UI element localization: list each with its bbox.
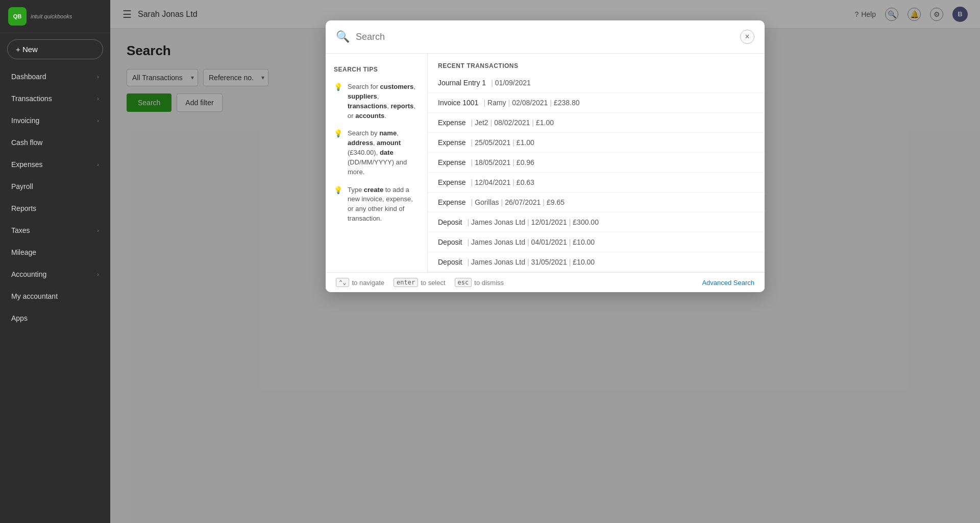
sidebar-nav: Dashboard › Transactions › Invoicing › C… — [0, 65, 110, 329]
main-content: ☰ Sarah Jonas Ltd ? Help 🔍 🔔 ⚙ B Search … — [110, 0, 980, 523]
sidebar-item-payroll[interactable]: Payroll — [2, 176, 108, 197]
tip-item-1: 💡 Search for customers, suppliers, trans… — [334, 82, 419, 121]
transaction-item[interactable]: Deposit | James Jonas Ltd | 31/05/2021 |… — [428, 252, 765, 272]
recent-transactions-heading: RECENT TRANSACTIONS — [438, 62, 519, 69]
sidebar-logo: QB intuit quickbooks — [0, 0, 110, 33]
recent-panel: RECENT TRANSACTIONS Journal Entry 1 | 01… — [428, 54, 765, 272]
select-label: to select — [421, 279, 445, 287]
sidebar-item-my-accountant[interactable]: My accountant — [2, 286, 108, 307]
modal-footer: ⌃⌄ to navigate enter to select esc to di… — [326, 272, 765, 292]
sidebar-item-label: Mileage — [11, 248, 36, 256]
transaction-item[interactable]: Expense | 18/05/2021 | £0.96 — [428, 153, 765, 173]
transaction-item[interactable]: Journal Entry 1 | 01/09/2021 — [428, 73, 765, 93]
tip-item-3: 💡 Type create to add a new invoice, expe… — [334, 185, 419, 224]
tip-text-2: Search by name, address, amount (£340.00… — [348, 129, 419, 177]
modal-overlay[interactable]: 🔍 × SEARCH TIPS 💡 Search for customers, … — [110, 0, 980, 523]
modal-search-input[interactable] — [356, 32, 734, 42]
navigate-key: ⌃⌄ — [336, 278, 349, 287]
transaction-item[interactable]: Expense | 25/05/2021 | £1.00 — [428, 133, 765, 153]
enter-key: enter — [394, 278, 418, 287]
sidebar-item-label: Payroll — [11, 182, 33, 191]
svg-text:QB: QB — [13, 13, 22, 19]
tips-heading: SEARCH TIPS — [334, 66, 419, 73]
dismiss-hint: esc to dismiss — [455, 278, 504, 287]
sidebar-item-label: Apps — [11, 314, 28, 322]
tip-text-1: Search for customers, suppliers, transac… — [348, 82, 419, 121]
chevron-right-icon: › — [97, 227, 99, 233]
sidebar-item-reports[interactable]: Reports — [2, 198, 108, 219]
advanced-search-link[interactable]: Advanced Search — [702, 279, 754, 287]
logo-brand: intuit quickbooks — [31, 13, 72, 19]
sidebar-item-mileage[interactable]: Mileage — [2, 242, 108, 263]
sidebar-item-label: Transactions — [11, 94, 52, 103]
modal-close-button[interactable]: × — [740, 30, 754, 44]
sidebar: QB intuit quickbooks + New Dashboard › T… — [0, 0, 110, 523]
transaction-item[interactable]: Expense | Jet2 | 08/02/2021 | £1.00 — [428, 113, 765, 133]
new-button[interactable]: + New — [7, 39, 103, 59]
sidebar-item-label: Invoicing — [11, 116, 39, 125]
tip-icon-3: 💡 — [334, 186, 342, 194]
dismiss-label: to dismiss — [474, 279, 504, 287]
sidebar-item-label: Cash flow — [11, 138, 42, 147]
navigate-label: to navigate — [352, 279, 384, 287]
navigate-hint: ⌃⌄ to navigate — [336, 278, 384, 287]
sidebar-item-label: Accounting — [11, 270, 46, 278]
chevron-right-icon: › — [97, 96, 99, 102]
chevron-right-icon: › — [97, 74, 99, 80]
transaction-item[interactable]: Expense | 12/04/2021 | £0.63 — [428, 173, 765, 193]
modal-body: SEARCH TIPS 💡 Search for customers, supp… — [326, 54, 765, 272]
quickbooks-logo-icon: QB — [8, 7, 27, 26]
sidebar-item-label: Taxes — [11, 226, 30, 234]
sidebar-item-label: Expenses — [11, 160, 42, 169]
sidebar-item-label: Reports — [11, 204, 36, 212]
sidebar-item-transactions[interactable]: Transactions › — [2, 88, 108, 109]
tips-panel: SEARCH TIPS 💡 Search for customers, supp… — [326, 54, 428, 272]
tip-icon-1: 💡 — [334, 83, 342, 91]
chevron-right-icon: › — [97, 117, 99, 124]
sidebar-item-expenses[interactable]: Expenses › — [2, 154, 108, 175]
chevron-right-icon: › — [97, 161, 99, 168]
transaction-item[interactable]: Invoice 1001 | Ramy | 02/08/2021 | £238.… — [428, 93, 765, 113]
tip-text-3: Type create to add a new invoice, expens… — [348, 185, 419, 224]
sidebar-item-label: My accountant — [11, 292, 58, 300]
sidebar-item-invoicing[interactable]: Invoicing › — [2, 110, 108, 131]
sidebar-item-cash-flow[interactable]: Cash flow — [2, 132, 108, 153]
sidebar-item-taxes[interactable]: Taxes › — [2, 220, 108, 241]
transaction-item[interactable]: Deposit | James Jonas Ltd | 12/01/2021 |… — [428, 212, 765, 232]
sidebar-item-label: Dashboard — [11, 73, 46, 81]
modal-search-icon: 🔍 — [336, 30, 350, 43]
esc-key: esc — [455, 278, 472, 287]
tip-icon-2: 💡 — [334, 129, 342, 137]
search-modal: 🔍 × SEARCH TIPS 💡 Search for customers, … — [326, 20, 765, 292]
sidebar-item-dashboard[interactable]: Dashboard › — [2, 66, 108, 87]
transaction-item[interactable]: Expense | Gorillas | 26/07/2021 | £9.65 — [428, 193, 765, 212]
chevron-right-icon: › — [97, 271, 99, 277]
modal-search-bar: 🔍 × — [326, 20, 765, 54]
transaction-list: Journal Entry 1 | 01/09/2021 Invoice 100… — [428, 73, 765, 272]
transaction-item[interactable]: Deposit | James Jonas Ltd | 04/01/2021 |… — [428, 232, 765, 252]
tip-item-2: 💡 Search by name, address, amount (£340.… — [334, 129, 419, 177]
sidebar-item-apps[interactable]: Apps — [2, 307, 108, 329]
select-hint: enter to select — [394, 278, 446, 287]
sidebar-item-accounting[interactable]: Accounting › — [2, 264, 108, 285]
